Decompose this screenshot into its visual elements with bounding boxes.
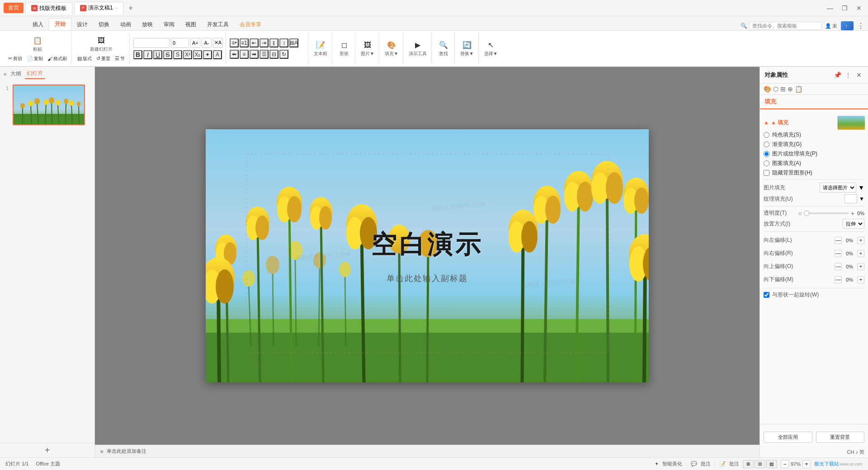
canvas-container[interactable]: 图精灵 616PIC.COM 图精灵 616PIC.COM 图精灵 616PIC… (95, 67, 760, 445)
increase-font-button[interactable]: A+ (190, 38, 200, 48)
clear-format-button[interactable]: ✕A (213, 38, 223, 48)
ribbon-tab-design[interactable]: 设计 (71, 19, 93, 30)
ribbon-tab-review[interactable]: 审阅 (158, 19, 180, 30)
tab-template[interactable]: W 找版壳模板 (25, 2, 72, 14)
cut-button[interactable]: ✂剪切 (6, 55, 24, 63)
column-button[interactable]: ⫿ (269, 38, 278, 47)
subscript-button[interactable]: X₂ (193, 50, 202, 59)
decrease-indent-button[interactable]: ⇤ (250, 38, 259, 47)
transparency-slider[interactable] (804, 212, 849, 214)
zoom-in-button[interactable]: + (802, 460, 811, 468)
close-button[interactable]: ✕ (854, 3, 864, 14)
ribbon-tab-slideshow[interactable]: 放映 (137, 19, 158, 30)
outline-tab[interactable]: 大纲 (9, 69, 23, 79)
slide-tab[interactable]: 幻灯片 (25, 69, 45, 79)
rotate-with-shape-checkbox[interactable] (764, 292, 769, 298)
picture-fill-option[interactable]: 图片或纹理填充(P) (764, 150, 864, 158)
offset-bottom-minus[interactable]: — (835, 276, 842, 283)
find-button[interactable]: 🔍 查找 (435, 39, 452, 58)
superscript-button[interactable]: X² (183, 50, 192, 59)
reset-button[interactable]: ↺重置 (94, 55, 112, 63)
solid-fill-option[interactable]: 纯色填充(S) (764, 131, 864, 139)
maximize-button[interactable]: ❐ (839, 3, 850, 14)
format-painter-button[interactable]: 🖌格式刷 (46, 55, 69, 63)
magic-button[interactable]: ✦ (203, 50, 212, 59)
gradient-fill-radio[interactable] (764, 141, 769, 147)
alt-icon-tab[interactable]: 📋 (795, 85, 802, 93)
texture-preview[interactable] (844, 194, 857, 203)
line-spacing-button[interactable]: ↕ (279, 38, 288, 47)
ribbon-tab-vip[interactable]: 会员专享 (234, 19, 267, 30)
numbering-button[interactable]: ≡1 (240, 38, 249, 47)
offset-left-plus[interactable]: + (857, 237, 864, 244)
solid-fill-radio[interactable] (764, 132, 769, 138)
decrease-font-button[interactable]: A- (202, 38, 212, 48)
panel-more-icon[interactable]: ⋮ (844, 70, 853, 80)
offset-bottom-plus[interactable]: + (857, 276, 864, 283)
slide-sorter-button[interactable]: ⊟ (755, 460, 765, 468)
more-menu-icon[interactable]: ⋮ (857, 22, 864, 30)
gradient-fill-option[interactable]: 渐变填充(G) (764, 141, 864, 148)
offset-right-minus[interactable]: — (835, 250, 842, 257)
ribbon-tab-transition[interactable]: 切换 (93, 19, 115, 30)
distributed-button[interactable]: ⊟ (269, 50, 278, 59)
picture-fill-select[interactable]: 请选择图片 (820, 183, 856, 193)
select-button[interactable]: ↖ 选择▼ (482, 39, 500, 58)
hide-background-option[interactable]: 隐藏背景图形(H) (764, 169, 864, 177)
pattern-fill-radio[interactable] (764, 160, 769, 166)
ribbon-tab-animation[interactable]: 动画 (115, 19, 137, 30)
apply-all-button[interactable]: 全部应用 (764, 432, 812, 443)
textbox-button[interactable]: 📝 文本框 (312, 39, 329, 58)
underline-button[interactable]: U (153, 50, 162, 59)
reset-background-button[interactable]: 重置背景 (816, 432, 865, 443)
transparency-decrease-icon[interactable]: ○ (798, 210, 802, 217)
comment-label[interactable]: 批注 (701, 461, 711, 467)
offset-top-minus[interactable]: — (835, 263, 842, 270)
font-family-input[interactable] (133, 38, 170, 48)
reading-view-button[interactable]: ▤ (766, 460, 777, 468)
align-right-button[interactable]: ➡ (250, 50, 259, 59)
smartart-button[interactable]: ↻ (279, 50, 288, 59)
font-size-input[interactable] (171, 38, 189, 48)
layout-button[interactable]: ▤版式 (75, 55, 94, 63)
align-center-button[interactable]: ≡ (240, 50, 249, 59)
present-button[interactable]: ▶ 演示工具 (407, 39, 429, 58)
slide-canvas[interactable]: 图精灵 616PIC.COM 图精灵 616PIC.COM 图精灵 616PIC… (206, 129, 649, 382)
bold-button[interactable]: B (133, 50, 142, 59)
picture-fill-expand-icon[interactable]: ▼ (858, 184, 864, 191)
justify-button[interactable]: ☰ (259, 50, 269, 59)
copy-button[interactable]: 📄复制 (25, 55, 45, 63)
panel-pin-icon[interactable]: 📌 (833, 70, 842, 80)
ai-beautify-label[interactable]: 智能美化 (662, 461, 682, 467)
picture-fill-radio[interactable] (764, 151, 769, 157)
tab-presentation[interactable]: P 演示文稿1 · (74, 2, 123, 14)
add-slide-button[interactable]: + (0, 443, 94, 457)
shadow-button[interactable]: S (173, 50, 182, 59)
fill-preview[interactable] (837, 116, 864, 129)
font-color-button[interactable]: A (213, 50, 222, 59)
active-tab-label[interactable]: 填充 (760, 95, 868, 109)
transparency-increase-icon[interactable]: + (851, 210, 854, 217)
note-hint[interactable]: 单击此处添加备注 (107, 448, 146, 455)
note-label[interactable]: 批注 (729, 461, 739, 467)
placement-select[interactable]: 拉伸 (843, 219, 864, 229)
rotate-with-shape-row[interactable]: 与形状一起旋转(W) (764, 291, 864, 299)
slide-item[interactable]: 1 (2, 83, 93, 127)
panel-collapse-button[interactable]: « (4, 71, 7, 77)
bullets-button[interactable]: ≡• (230, 38, 239, 47)
vip-area-button[interactable]: ↑ (841, 21, 854, 30)
increase-indent-button[interactable]: ⇥ (259, 38, 269, 47)
texture-expand-icon[interactable]: ▼ (859, 196, 864, 202)
new-tab-button[interactable]: + (125, 3, 136, 14)
effects-icon-tab[interactable]: ⬡ (773, 85, 778, 93)
paste-button[interactable]: 📋 粘贴 (29, 34, 46, 54)
search-input[interactable] (749, 22, 821, 30)
section-expand-icon[interactable]: ▲ (764, 119, 769, 126)
ribbon-tab-insert[interactable]: 插入 (27, 19, 49, 30)
strikethrough-button[interactable]: S (163, 50, 172, 59)
ribbon-tab-start[interactable]: 开始 (49, 18, 71, 30)
fill-icon-tab[interactable]: 🎨 (764, 85, 771, 93)
replace-button[interactable]: 🔄 替换▼ (458, 39, 476, 58)
align-left-button[interactable]: ⬅ (230, 50, 239, 59)
image-button[interactable]: 🖼 图片▼ (359, 39, 376, 58)
